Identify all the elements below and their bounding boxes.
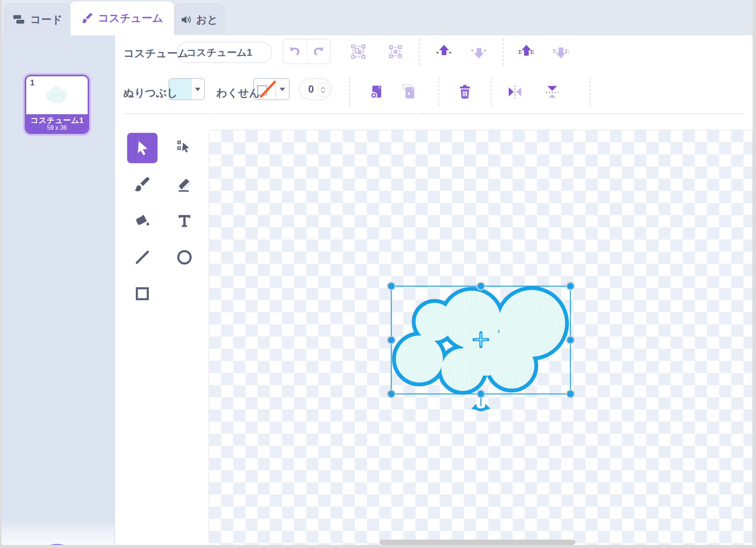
copy-icon xyxy=(368,83,385,101)
chevron-down-icon xyxy=(195,88,200,91)
costume-name-label: コスチューム xyxy=(123,46,188,61)
stroke-width-input[interactable]: 0 xyxy=(299,78,332,100)
handle-top-center[interactable] xyxy=(477,282,485,290)
redo-button[interactable] xyxy=(307,40,331,63)
handle-top-right[interactable] xyxy=(567,282,574,290)
tool-reshape[interactable] xyxy=(169,133,200,163)
costume-index: 1 xyxy=(30,78,35,88)
tab-sounds[interactable]: おと xyxy=(174,4,224,35)
handle-middle-right[interactable] xyxy=(567,336,574,344)
costume-list-panel: 1 コスチューム1 59 x 36 xyxy=(2,35,115,545)
costume-name: コスチューム1 xyxy=(30,116,83,124)
window-edge-bottom xyxy=(0,545,756,548)
handle-bottom-right[interactable] xyxy=(567,390,574,398)
tab-costumes[interactable]: コスチューム xyxy=(70,1,175,35)
circle-icon xyxy=(176,249,193,266)
tool-fill[interactable] xyxy=(127,206,158,236)
costume-card-selected[interactable]: 1 コスチューム1 59 x 36 xyxy=(25,75,89,134)
toolbar-separator xyxy=(438,77,439,106)
stroke-width-value: 0 xyxy=(308,83,314,95)
eraser-icon xyxy=(176,176,193,193)
tool-circle[interactable] xyxy=(169,242,200,272)
handle-bottom-left[interactable] xyxy=(387,390,395,398)
window-edge-right xyxy=(753,0,756,548)
costume-cloud-thumb xyxy=(36,82,78,107)
fill-bucket-icon xyxy=(134,212,151,230)
backward-icon xyxy=(470,43,488,60)
paste-button[interactable] xyxy=(399,82,419,102)
toolbar-separator xyxy=(590,77,591,106)
tab-code-label: コード xyxy=(30,13,62,27)
layer-backward-button[interactable] xyxy=(468,41,490,62)
forward-icon xyxy=(435,43,453,60)
outline-label: わくせん xyxy=(216,86,260,100)
chevron-down-icon xyxy=(280,88,285,91)
toolbar-separator xyxy=(349,77,350,106)
toolbar-separator xyxy=(503,39,504,65)
tab-bar: コード コスチューム おと xyxy=(2,0,753,35)
flip-vertical-icon xyxy=(544,83,561,100)
costume-name-input[interactable] xyxy=(176,42,272,63)
copy-button[interactable] xyxy=(367,82,386,102)
scratch-paint-editor: コード コスチューム おと 1 xyxy=(0,0,756,548)
undo-button[interactable] xyxy=(283,40,307,63)
rectangle-icon xyxy=(134,285,151,302)
handle-top-left[interactable] xyxy=(387,282,395,290)
ungroup-icon xyxy=(387,43,404,60)
stroke-width-stepper[interactable] xyxy=(318,83,328,97)
ungroup-button[interactable] xyxy=(385,41,406,62)
flip-horizontal-button[interactable] xyxy=(505,82,525,102)
tool-brush[interactable] xyxy=(127,169,158,200)
group-icon xyxy=(350,43,367,60)
tool-rectangle[interactable] xyxy=(127,279,158,309)
flip-horizontal-icon xyxy=(507,83,523,100)
tab-sounds-label: おと xyxy=(196,13,218,27)
front-icon xyxy=(518,43,535,60)
canvas-overlay xyxy=(209,130,752,545)
reshape-icon xyxy=(176,139,193,157)
brush-icon xyxy=(134,176,151,193)
tool-eraser[interactable] xyxy=(169,169,200,200)
toolbar-separator xyxy=(419,39,420,65)
undo-icon xyxy=(288,45,301,58)
trash-icon xyxy=(457,83,473,100)
paint-brush-icon xyxy=(81,12,93,24)
layer-front-button[interactable] xyxy=(516,41,537,62)
layer-back-button[interactable] xyxy=(550,41,572,62)
paste-icon xyxy=(400,83,418,101)
delete-button[interactable] xyxy=(455,82,475,102)
outline-dropdown xyxy=(276,79,289,99)
redo-icon xyxy=(312,45,325,58)
layer-forward-button[interactable] xyxy=(433,41,455,62)
tool-select[interactable] xyxy=(127,133,158,163)
speaker-icon xyxy=(180,14,192,25)
select-cursor-icon xyxy=(134,139,151,157)
tool-text[interactable] xyxy=(169,206,200,236)
text-icon xyxy=(176,212,193,230)
costume-card-footer: コスチューム1 59 x 36 xyxy=(26,114,88,132)
flip-vertical-button[interactable] xyxy=(542,82,562,102)
code-blocks-icon xyxy=(13,14,25,25)
toolbar-bottom-separator xyxy=(125,113,744,114)
back-icon xyxy=(552,43,570,60)
chevron-up-icon xyxy=(320,87,326,90)
handle-bottom-center[interactable] xyxy=(477,390,485,398)
canvas-horizontal-scrollbar[interactable] xyxy=(380,540,575,545)
window-edge-left xyxy=(0,0,2,548)
handle-middle-left[interactable] xyxy=(387,336,395,344)
chevron-down-icon xyxy=(320,90,326,93)
costume-thumbnail: 1 xyxy=(26,76,88,114)
costume-size: 59 x 36 xyxy=(47,124,67,131)
toolbar-separator xyxy=(491,77,492,106)
tab-costumes-label: コスチューム xyxy=(98,11,163,25)
undo-redo-group xyxy=(282,39,331,64)
line-icon xyxy=(134,249,151,266)
paint-canvas[interactable] xyxy=(209,130,753,545)
group-button[interactable] xyxy=(348,41,369,62)
fill-label: ぬりつぶし xyxy=(123,86,178,100)
tab-code[interactable]: コード xyxy=(5,4,71,35)
fill-dropdown xyxy=(191,79,204,99)
tool-line[interactable] xyxy=(127,242,158,272)
